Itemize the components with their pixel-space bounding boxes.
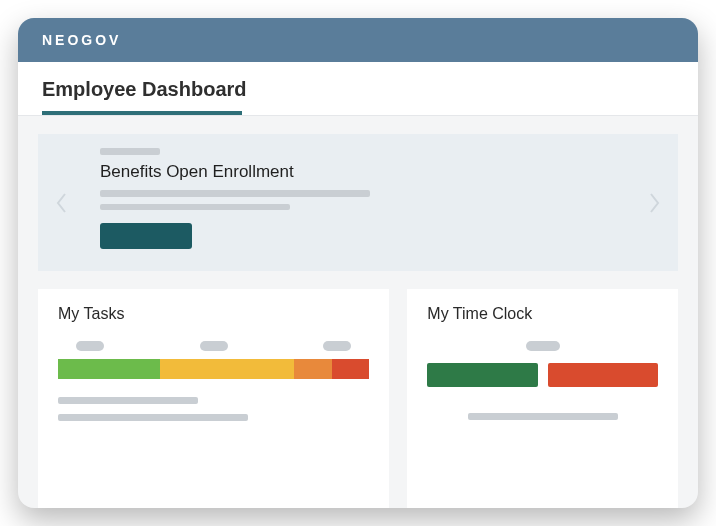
banner-eyebrow-placeholder [100,148,160,155]
clock-status-pill [526,341,560,351]
tasks-status-bar [58,359,369,379]
banner-next-button[interactable] [646,189,664,217]
banner-line-1-placeholder [100,190,370,197]
announcement-banner: Benefits Open Enrollment [38,134,678,271]
page-header: Employee Dashboard [18,62,698,116]
time-clock-card: My Time Clock [407,289,678,508]
app-window: NEOGOV Employee Dashboard Benefits Open … [18,18,698,508]
tasks-seg-orange [294,359,332,379]
banner-prev-button[interactable] [52,189,70,217]
cards-row: My Tasks My Time Clock [38,289,678,508]
tasks-seg-green [58,359,160,379]
content-area: Benefits Open Enrollment My Tasks [18,116,698,508]
tasks-tab-2[interactable] [200,341,228,351]
clock-in-button[interactable] [427,363,537,387]
my-tasks-title: My Tasks [58,305,369,323]
clock-buttons-row [427,363,658,387]
clock-status-placeholder [427,341,658,351]
tasks-line-1-placeholder [58,397,198,404]
clock-footer-placeholder [468,413,618,420]
banner-line-2-placeholder [100,204,290,210]
page-title: Employee Dashboard [42,78,674,113]
my-tasks-card: My Tasks [38,289,389,508]
tasks-tabs [58,341,369,351]
time-clock-title: My Time Clock [427,305,658,323]
tasks-seg-yellow [160,359,294,379]
clock-footer [427,413,658,427]
brand-bar: NEOGOV [18,18,698,62]
clock-out-button[interactable] [548,363,658,387]
banner-cta-button[interactable] [100,223,192,249]
tasks-tab-1[interactable] [76,341,104,351]
brand-name: NEOGOV [42,32,121,48]
tasks-tab-3[interactable] [323,341,351,351]
tasks-line-2-placeholder [58,414,248,421]
active-tab-underline [42,111,242,115]
tasks-seg-red [332,359,370,379]
banner-title: Benefits Open Enrollment [100,162,638,182]
